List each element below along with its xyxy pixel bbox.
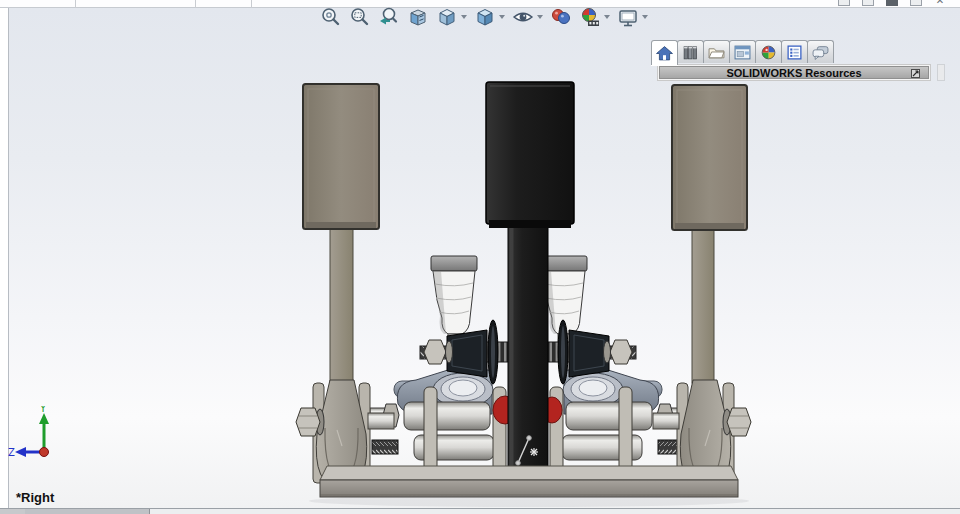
doc-control-stub-icon — [886, 0, 898, 6]
doc-control-stub-icon — [862, 0, 874, 6]
section-view-icon — [407, 6, 429, 28]
zoom-to-area-button[interactable] — [347, 5, 373, 29]
hide-show-items-icon — [512, 6, 534, 28]
bottom-edge-strip — [0, 508, 960, 514]
tab-custom-properties[interactable] — [781, 40, 808, 63]
close-icon: ✕ — [934, 0, 946, 6]
pane-flyout-icon[interactable] — [911, 69, 920, 78]
chevron-down-icon[interactable] — [537, 15, 543, 19]
view-orientation-button[interactable] — [434, 5, 469, 29]
display-style-button[interactable] — [472, 5, 507, 29]
tab-view-palette[interactable] — [729, 40, 756, 63]
task-pane: SOLIDWORKS Resources — [651, 40, 833, 65]
axis-z-label: Z — [8, 447, 15, 458]
previous-view-button[interactable] — [376, 5, 402, 29]
section-view-button[interactable] — [405, 5, 431, 29]
status-segment — [25, 509, 150, 514]
tab-appearances-scenes[interactable] — [755, 40, 782, 63]
window-controls-clipped: ✕ — [838, 0, 946, 7]
chevron-down-icon[interactable] — [499, 15, 505, 19]
task-pane-header[interactable]: SOLIDWORKS Resources — [657, 64, 931, 81]
tab-file-explorer[interactable] — [703, 40, 730, 63]
chevron-down-icon[interactable] — [642, 15, 648, 19]
task-pane-edge — [937, 64, 945, 81]
task-pane-title: SOLIDWORKS Resources — [726, 67, 861, 79]
apply-scene-icon — [579, 6, 601, 28]
view-settings-button[interactable] — [615, 5, 650, 29]
heads-up-view-toolbar — [318, 5, 650, 29]
doc-control-stub-icon — [838, 0, 850, 6]
library-books-icon — [682, 45, 699, 60]
zoom-to-fit-icon — [320, 6, 342, 28]
folder-icon — [708, 45, 725, 60]
graphics-viewport[interactable] — [8, 8, 960, 508]
zoom-to-fit-button[interactable] — [318, 5, 344, 29]
view-settings-icon — [617, 6, 639, 28]
zoom-to-area-icon — [349, 6, 371, 28]
toolbar-separator — [75, 0, 76, 8]
previous-view-icon — [378, 6, 400, 28]
view-orientation-label: *Right — [16, 490, 54, 505]
forum-chat-icon — [812, 45, 829, 60]
edit-appearance-button[interactable] — [548, 5, 574, 29]
chevron-down-icon[interactable] — [604, 15, 610, 19]
home-icon — [656, 46, 673, 61]
orientation-triad: Y Z — [8, 406, 68, 466]
view-orientation-icon — [436, 6, 458, 28]
axis-y-label: Y — [39, 406, 47, 414]
hide-show-items-button[interactable] — [510, 5, 545, 29]
apply-scene-button[interactable] — [577, 5, 612, 29]
properties-form-icon — [786, 45, 803, 60]
view-palette-window-icon — [734, 45, 751, 60]
task-pane-tabs — [651, 40, 833, 65]
chevron-down-icon[interactable] — [461, 15, 467, 19]
display-style-icon — [474, 6, 496, 28]
tab-solidworks-resources[interactable] — [651, 40, 678, 65]
toolbar-separator — [251, 0, 252, 8]
tab-solidworks-forum[interactable] — [807, 40, 834, 63]
appearance-ball-icon — [760, 45, 777, 60]
tab-design-library[interactable] — [677, 40, 704, 63]
edit-appearance-icon — [550, 6, 572, 28]
status-segment — [0, 509, 25, 514]
toolbar-separator — [195, 0, 196, 8]
doc-control-stub-icon — [910, 0, 922, 6]
